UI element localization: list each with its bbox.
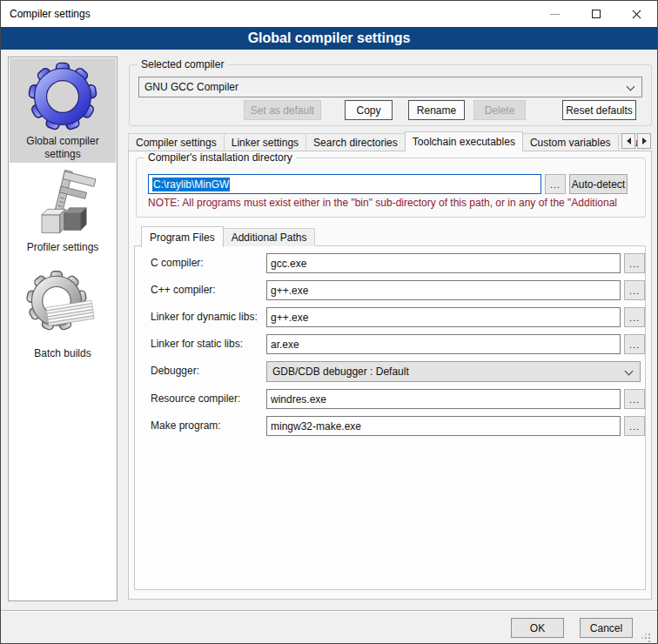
cpp-compiler-browse-button[interactable]: ... xyxy=(624,280,645,300)
installation-directory-input[interactable]: C:\raylib\MinGW xyxy=(148,174,541,194)
close-button[interactable] xyxy=(616,1,657,27)
compiler-select[interactable]: GNU GCC Compiler xyxy=(138,77,642,97)
field-row-cpp-compiler: C++ compiler: g++.exe ... xyxy=(135,280,645,300)
tab-scroll-right-button[interactable] xyxy=(637,133,651,149)
c-compiler-input[interactable]: gcc.exe xyxy=(266,253,621,273)
titlebar: Compiler settings xyxy=(1,1,657,27)
sidebar-item-label: Global compiler settings xyxy=(10,135,116,161)
compiler-select-value: GNU GCC Compiler xyxy=(144,81,238,93)
page-title: Global compiler settings xyxy=(1,27,657,50)
cancel-button[interactable]: Cancel xyxy=(580,618,633,638)
field-label: Make program: xyxy=(151,419,221,432)
ok-button[interactable]: OK xyxy=(511,618,564,638)
rename-button[interactable]: Rename xyxy=(408,100,465,120)
tab-custom-variables[interactable]: Custom variables xyxy=(522,133,619,151)
delete-button[interactable]: Delete xyxy=(473,100,526,120)
cpp-compiler-input[interactable]: g++.exe xyxy=(266,280,621,300)
tab-additional-paths[interactable]: Additional Paths xyxy=(223,228,316,246)
sidebar-item-global-compiler-settings[interactable]: Global compiler settings xyxy=(10,58,116,163)
field-label: Linker for static libs: xyxy=(151,338,243,350)
settings-tabs: Compiler settings Linker settings Search… xyxy=(128,131,652,151)
copy-button[interactable]: Copy xyxy=(345,100,393,120)
debugger-select-value: GDB/CDB debugger : Default xyxy=(272,366,409,378)
group-legend: Compiler's installation directory xyxy=(144,151,296,164)
gear-stack-icon xyxy=(10,264,116,347)
sidebar-item-batch-builds[interactable]: Batch builds xyxy=(10,264,116,366)
minimize-button[interactable] xyxy=(534,1,575,27)
arrow-left-icon xyxy=(627,138,631,144)
installation-directory-browse-button[interactable]: ... xyxy=(545,174,566,194)
set-as-default-button[interactable]: Set as default xyxy=(244,100,321,120)
window-controls xyxy=(534,1,657,27)
field-label: Resource compiler: xyxy=(151,392,240,405)
resize-grip[interactable] xyxy=(645,637,647,639)
resource-compiler-browse-button[interactable]: ... xyxy=(624,389,645,409)
field-row-static-linker: Linker for static libs: ar.exe ... xyxy=(135,334,645,354)
bin-subdirectory-note: NOTE: All programs must exist either in … xyxy=(148,197,635,209)
sidebar-item-profiler-settings[interactable]: Profiler settings xyxy=(10,166,116,260)
field-label: Debugger: xyxy=(151,365,199,377)
selected-compiler-group: Selected compiler GNU GCC Compiler Set a… xyxy=(129,58,652,126)
tab-search-directories[interactable]: Search directories xyxy=(306,133,406,151)
chevron-down-icon xyxy=(625,367,634,376)
chevron-down-icon xyxy=(627,83,635,91)
field-label: Linker for dynamic libs: xyxy=(151,311,258,323)
caliper-icon xyxy=(10,166,116,241)
field-row-debugger: Debugger: GDB/CDB debugger : Default xyxy=(135,361,645,381)
tab-scroll-buttons xyxy=(621,133,651,149)
debugger-select[interactable]: GDB/CDB debugger : Default xyxy=(266,361,641,382)
resource-compiler-input[interactable]: windres.exe xyxy=(266,389,621,409)
installation-directory-group: Compiler's installation directory C:\ray… xyxy=(136,151,646,218)
field-row-c-compiler: C compiler: gcc.exe ... xyxy=(135,253,645,273)
footer-divider xyxy=(1,610,657,612)
tab-program-files[interactable]: Program Files xyxy=(141,226,224,247)
program-files-panel: C compiler: gcc.exe ... C++ compiler: g+… xyxy=(134,245,646,590)
field-row-resource-compiler: Resource compiler: windres.exe ... xyxy=(135,389,645,409)
field-label: C compiler: xyxy=(151,257,204,269)
field-label: C++ compiler: xyxy=(151,284,216,296)
tab-linker-settings[interactable]: Linker settings xyxy=(224,133,306,151)
field-row-make-program: Make program: mingw32-make.exe ... xyxy=(135,416,645,436)
tab-scroll-left-button[interactable] xyxy=(621,133,635,149)
tab-compiler-settings[interactable]: Compiler settings xyxy=(128,133,225,151)
toolchain-executables-panel: Compiler's installation directory C:\ray… xyxy=(128,151,652,600)
settings-category-list: Global compiler settings xyxy=(8,57,118,601)
maximize-icon xyxy=(592,10,601,18)
window-title: Compiler settings xyxy=(10,8,91,20)
arrow-right-icon xyxy=(642,138,647,144)
c-compiler-browse-button[interactable]: ... xyxy=(624,253,645,273)
program-tabs: Program Files Additional Paths xyxy=(141,225,314,246)
minimize-icon xyxy=(550,14,560,15)
static-linker-input[interactable]: ar.exe xyxy=(266,334,621,354)
field-row-dynamic-linker: Linker for dynamic libs: g++.exe ... xyxy=(135,307,645,327)
reset-defaults-button[interactable]: Reset defaults xyxy=(562,100,636,120)
sidebar-item-label: Profiler settings xyxy=(10,241,116,254)
make-program-browse-button[interactable]: ... xyxy=(624,416,645,436)
maximize-button[interactable] xyxy=(575,1,616,27)
dynamic-linker-browse-button[interactable]: ... xyxy=(624,307,645,327)
static-linker-browse-button[interactable]: ... xyxy=(624,334,645,354)
selected-path-text: C:\raylib\MinGW xyxy=(152,178,230,191)
dynamic-linker-input[interactable]: g++.exe xyxy=(266,307,621,327)
group-legend: Selected compiler xyxy=(138,58,227,70)
make-program-input[interactable]: mingw32-make.exe xyxy=(266,416,621,436)
tab-toolchain-executables[interactable]: Toolchain executables xyxy=(405,131,523,151)
close-icon xyxy=(631,9,642,20)
auto-detect-button[interactable]: Auto-detect xyxy=(569,174,628,194)
compiler-settings-window: Compiler settings Global compiler settin… xyxy=(0,0,658,644)
gear-blue-icon xyxy=(10,58,116,135)
sidebar-item-label: Batch builds xyxy=(10,347,116,360)
